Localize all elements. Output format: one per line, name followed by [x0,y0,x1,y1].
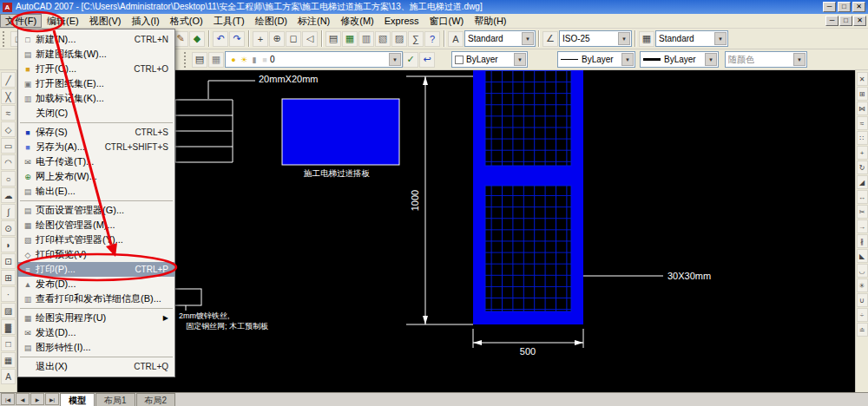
menubar-item-2[interactable]: 视图(V) [84,14,127,28]
help-icon[interactable]: ? [424,31,440,47]
layout-tab-2[interactable]: 布局2 [136,393,176,406]
table-icon[interactable]: ▦ [1,352,16,368]
gradient-icon[interactable]: ▓ [1,319,16,335]
chevron-down-icon[interactable]: ▼ [389,53,401,66]
chevron-down-icon[interactable]: ▼ [714,32,727,45]
chevron-down-icon[interactable]: ▼ [522,32,534,45]
layer-combo[interactable]: ●☀▮■ 0 ▼ [225,51,403,68]
menubar-item-0[interactable]: 文件(F) [0,14,42,28]
make-block-icon[interactable]: ⊞ [1,270,16,285]
text-style-combo[interactable]: Standard ▼ [464,30,536,47]
minimize-button[interactable]: ─ [823,2,836,12]
chevron-down-icon[interactable]: ▼ [621,53,634,66]
file-menu-item-8[interactable]: ■另存为(A)...CTRL+SHIFT+S [18,140,174,154]
layer-properties-icon[interactable]: ▤ [192,52,207,68]
doc-close-button[interactable]: ✕ [853,16,866,26]
file-menu-item-16[interactable]: ◇打印预览(V) [18,247,174,262]
file-menu-item-1[interactable]: ▤新建图纸集(W)... [18,47,174,62]
lineweight-combo[interactable]: ByLayer ▼ [640,51,719,68]
zoom-previous-icon[interactable]: ◁ [302,31,318,47]
menubar-item-9[interactable]: Express [379,14,424,28]
file-menu-item-5[interactable]: 关闭(C) [18,106,174,121]
zoom-realtime-icon[interactable]: ⊕ [269,31,285,47]
layer-previous-icon[interactable]: ↩ [419,52,435,68]
file-menu-item-4[interactable]: ▥加载标记集(K)... [18,91,174,106]
linetype-combo[interactable]: ByLayer ▼ [557,51,635,68]
text-style-icon[interactable]: A [448,31,464,47]
trim-icon[interactable]: ✂ [857,205,868,219]
copy-object-icon[interactable]: ⊞ [857,87,868,101]
layer-on-icon[interactable]: ● [228,56,239,64]
ellipse-arc-icon[interactable]: ◗ [1,237,16,252]
markup-set-manager-icon[interactable]: ▨ [391,31,407,47]
file-menu-item-10[interactable]: ⊕网上发布(W)... [18,169,174,184]
dim-style-icon[interactable]: ∠ [542,31,558,47]
maximize-button[interactable]: □ [838,2,851,12]
doc-restore-button[interactable]: □ [839,16,852,26]
chevron-down-icon[interactable]: ▼ [705,53,717,66]
file-menu-item-3[interactable]: ▣打开图纸集(E)... [18,76,174,91]
spline-icon[interactable]: ∫ [1,204,16,219]
revcloud-icon[interactable]: ☁ [1,187,16,203]
pan-icon[interactable]: + [253,31,268,47]
layer-color-swatch-icon[interactable]: ■ [260,56,270,64]
polygon-icon[interactable]: ◇ [1,121,16,137]
ellipse-icon[interactable]: ⊙ [1,220,16,236]
chevron-down-icon[interactable]: ▼ [793,53,806,66]
tab-nav-next-icon[interactable]: ▶ [30,393,44,405]
table-style-combo[interactable]: Standard ▼ [655,30,728,47]
rotate-icon[interactable]: ↻ [857,160,868,174]
layout-tab-0[interactable]: 模型 [60,393,95,406]
polyline-icon[interactable]: ≈ [1,105,16,121]
insert-block-icon[interactable]: ⊡ [1,253,16,269]
explode-icon[interactable]: ✳ [857,278,868,292]
hatch-icon[interactable]: ▨ [1,303,16,318]
file-menu-item-11[interactable]: ▤输出(E)... [18,184,174,199]
point-icon[interactable]: · [1,286,16,302]
join-icon[interactable]: ∪ [857,293,868,307]
designcenter-icon[interactable]: ▦ [342,31,358,47]
menubar-item-3[interactable]: 插入(I) [126,14,164,28]
mtext-icon[interactable]: A [1,369,16,384]
erase-icon[interactable]: ✕ [857,72,868,86]
divide-icon[interactable]: ÷ [857,308,868,322]
file-menu-item-14[interactable]: ▦绘图仪管理器(M)... [18,218,174,232]
tab-nav-prev-icon[interactable]: ◀ [16,393,30,405]
properties-icon[interactable]: ▤ [326,31,341,47]
menubar-item-11[interactable]: 帮助(H) [469,14,511,28]
dim-style-combo[interactable]: ISO-25 ▼ [559,30,632,47]
circle-icon[interactable]: ○ [1,171,16,187]
file-menu-item-0[interactable]: □新建(N)...CTRL+N [18,32,174,47]
layout-tab-1[interactable]: 布局1 [95,393,135,406]
region-icon[interactable]: □ [1,336,16,351]
plotstyle-combo[interactable]: 随颜色 ▼ [725,51,807,68]
mirror-icon[interactable]: ⋈ [857,102,868,115]
layer-states-icon[interactable]: ▦ [208,52,224,68]
tool-palettes-icon[interactable]: ▥ [358,31,374,47]
close-button[interactable]: ✕ [852,2,865,12]
chevron-down-icon[interactable]: ▼ [618,32,630,45]
array-icon[interactable]: ∷ [857,131,868,145]
redo-icon[interactable]: ↷ [229,31,245,47]
file-menu-item-19[interactable]: ▥查看打印和发布详细信息(B)... [18,291,174,306]
rectangle-icon[interactable]: ▭ [1,138,16,154]
quickcalc-icon[interactable]: ∑ [408,31,424,47]
tab-nav-last-icon[interactable]: ▶| [45,393,59,405]
menubar-item-6[interactable]: 绘图(D) [250,14,293,28]
sheetset-manager-icon[interactable]: ▧ [375,31,391,47]
block-editor-icon[interactable]: ◆ [189,31,205,47]
menubar-item-10[interactable]: 窗口(W) [424,14,470,28]
file-menu-item-9[interactable]: ✉电子传递(T)... [18,154,174,169]
color-combo[interactable]: ByLayer ▼ [451,51,528,68]
fillet-icon[interactable]: ◡ [857,264,868,278]
file-menu-item-17[interactable]: ≡打印(P)...CTRL+P [18,262,174,277]
table-style-icon[interactable]: ▦ [639,31,654,47]
file-menu-item-23[interactable]: ▤图形特性(I)... [18,340,174,355]
move-icon[interactable]: + [857,146,868,160]
chamfer-icon[interactable]: ◣ [857,249,868,263]
zoom-window-icon[interactable]: ◻ [286,31,301,47]
layer-unlock-icon[interactable]: ▮ [249,56,260,64]
menubar-item-5[interactable]: 工具(T) [208,14,250,28]
offset-icon[interactable]: ≈ [857,116,868,130]
file-menu-item-7[interactable]: ■保存(S)CTRL+S [18,125,174,140]
